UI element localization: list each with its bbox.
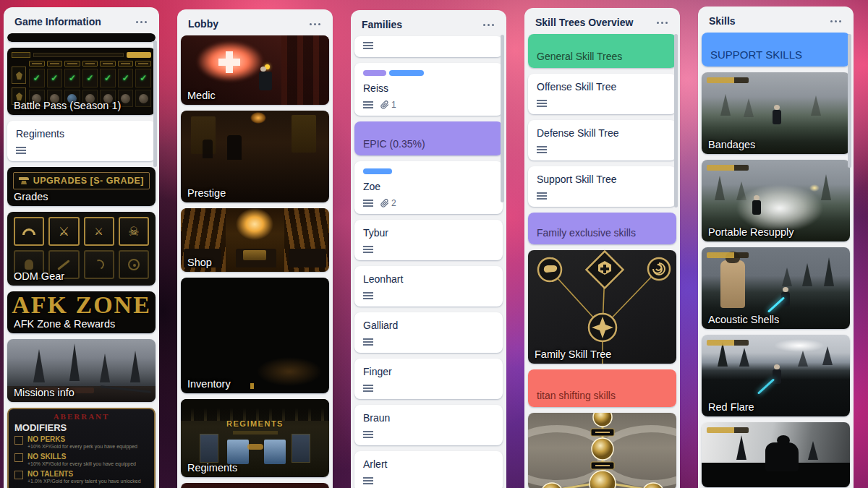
modifier-name: NO PERKS: [27, 435, 137, 443]
list-scrollbar[interactable]: [674, 34, 678, 207]
card-braun[interactable]: Braun: [354, 405, 503, 445]
list-menu-icon[interactable]: [827, 17, 844, 25]
description-icon: [363, 246, 373, 253]
card-title: Portable Resupply: [708, 226, 794, 238]
list-scrollbar[interactable]: [848, 34, 851, 168]
card-cover-image: [7, 33, 156, 42]
list-menu-icon[interactable]: [654, 19, 671, 27]
card-missions-info[interactable]: Missions info: [7, 339, 156, 402]
modifiers-header: MODIFIERS: [14, 422, 148, 433]
card-title: Defense Skill Tree: [537, 126, 668, 140]
card-support-skill-tree[interactable]: Support Skill Tree: [528, 166, 676, 207]
card-portable-resupply[interactable]: Portable Resupply: [702, 160, 850, 241]
list-header: Lobby: [181, 9, 329, 35]
card-title: Braun: [363, 411, 494, 425]
card-tybur[interactable]: Tybur: [354, 220, 503, 260]
card-title: Acoustic Shells: [708, 314, 779, 325]
card-title: Leonhart: [363, 272, 494, 286]
titan-skill-tree-image: [528, 413, 676, 488]
card-red-flare[interactable]: Red Flare: [702, 335, 850, 416]
modifier-name: NO SKILLS: [27, 453, 136, 461]
card-galliard[interactable]: Galliard: [354, 312, 503, 353]
modifier-row: NO TALENTS +1.0% XP/Gold for every talen…: [14, 470, 148, 484]
card-partial-bottom[interactable]: [702, 422, 850, 487]
gauge-icon: [14, 217, 44, 246]
card-title: EPIC (0.35%): [363, 138, 425, 150]
card-general-skill-trees[interactable]: General Skill Trees: [528, 34, 676, 68]
card-prestige[interactable]: Prestige: [181, 111, 329, 202]
card-support-skills[interactable]: SUPPORT SKILLS: [702, 33, 850, 67]
hud-bar: [707, 165, 749, 171]
card-title: Finger: [363, 364, 494, 379]
card-medic[interactable]: Medic: [181, 35, 329, 105]
card-family-exclusive-skills[interactable]: Family exclusive skills: [528, 213, 676, 244]
hud-bar: [707, 427, 749, 433]
description-icon: [537, 146, 547, 153]
label-blue[interactable]: [389, 70, 424, 76]
card-shop[interactable]: Shop: [181, 208, 329, 272]
orb-tree-graphic: [528, 413, 676, 488]
card-title: Shop: [187, 257, 212, 268]
cards: General Skill Trees Offense Skill Tree D…: [528, 34, 676, 488]
card-title: Arlert: [363, 457, 494, 471]
bandages-image: Bandages: [702, 72, 850, 154]
card-titan-skill-tree-partial[interactable]: [528, 413, 676, 488]
card-reiss[interactable]: Reiss 1: [354, 63, 503, 116]
card-title: AFK Zone & Rewards: [14, 318, 115, 330]
description-icon: [537, 192, 547, 200]
card-odm-gear[interactable]: ⚔ ⚔ ☠ ODM Gear: [7, 212, 156, 286]
card-defense-skill-tree[interactable]: Defense Skill Tree: [528, 120, 676, 160]
trello-board: Game Information: [0, 0, 868, 488]
description-icon: [537, 100, 547, 107]
card-leonhart[interactable]: Leonhart: [354, 266, 503, 307]
battle-pass-image: Battle Pass (Season 1): [7, 48, 156, 115]
cards: Medic Prestige Shop: [181, 35, 329, 488]
image-text: AFK ZONE: [7, 291, 156, 319]
card-partial-bottom[interactable]: [181, 483, 329, 488]
description-icon: [363, 292, 373, 299]
card-regiments[interactable]: REGIMENTS Regiments: [181, 399, 329, 477]
list-scrollbar[interactable]: [153, 40, 157, 167]
card-battle-pass[interactable]: Battle Pass (Season 1): [7, 48, 156, 115]
list-scrollbar[interactable]: [501, 35, 504, 202]
card-title: titan shifting skills: [537, 390, 616, 401]
card-bandages[interactable]: Bandages: [702, 72, 850, 154]
card-cover-image: [181, 483, 329, 488]
inventory-image: Inventory: [181, 278, 329, 393]
card-afk-zone[interactable]: AFK ZONE AFK Zone & Rewards: [7, 291, 156, 333]
card-arlert[interactable]: Arlert: [354, 451, 503, 488]
card-family-skill-tree[interactable]: Family Skill Tree: [528, 250, 676, 364]
missions-image: Missions info: [7, 339, 156, 402]
green-cover: General Skill Trees: [528, 34, 676, 68]
list-menu-icon[interactable]: [480, 21, 497, 29]
card-titan-shifting-skills[interactable]: titan shifting skills: [528, 369, 676, 407]
card-finger[interactable]: Finger: [354, 359, 503, 399]
card-scrolled-partial[interactable]: [7, 33, 156, 42]
label-purple[interactable]: [363, 70, 386, 76]
modifier-desc: +10% XP/Gold for every skill you have eq…: [27, 461, 136, 467]
odm-gear-image: ⚔ ⚔ ☠ ODM Gear: [7, 212, 156, 286]
card-aberrant-modifiers[interactable]: ABERRANT MODIFIERS NO PERKS +10% XP/Gold…: [7, 408, 156, 488]
shop-image: Shop: [181, 208, 329, 272]
purple-cover: EPIC (0.35%): [354, 121, 503, 155]
card-title: Support Skill Tree: [537, 172, 668, 187]
label-blue[interactable]: [363, 168, 392, 174]
list-lobby: Lobby Medic Prestige: [177, 9, 333, 488]
card-offense-skill-tree[interactable]: Offense Skill Tree: [528, 74, 676, 114]
card-regiments-info[interactable]: Regiments: [7, 121, 156, 161]
card-grades[interactable]: UPGRADES [S- GRADE] Grades: [7, 167, 156, 206]
skill-tree-graphic: [528, 250, 676, 364]
card-title: Zoe: [363, 179, 494, 194]
card-scrolled-partial[interactable]: [354, 36, 503, 57]
portable-resupply-image: Portable Resupply: [702, 160, 850, 241]
list-menu-icon[interactable]: [307, 20, 323, 28]
card-title: Offense Skill Tree: [537, 80, 668, 94]
card-zoe[interactable]: Zoe 2: [354, 161, 503, 214]
list-families: Families Reiss: [351, 10, 506, 488]
card-inventory[interactable]: Inventory: [181, 278, 329, 393]
cards: SUPPORT SKILLS Bandages: [702, 33, 850, 487]
list-menu-icon[interactable]: [133, 18, 150, 26]
card-title: Reiss: [363, 81, 494, 95]
card-epic[interactable]: EPIC (0.35%): [354, 121, 503, 155]
card-acoustic-shells[interactable]: Acoustic Shells: [702, 247, 850, 329]
